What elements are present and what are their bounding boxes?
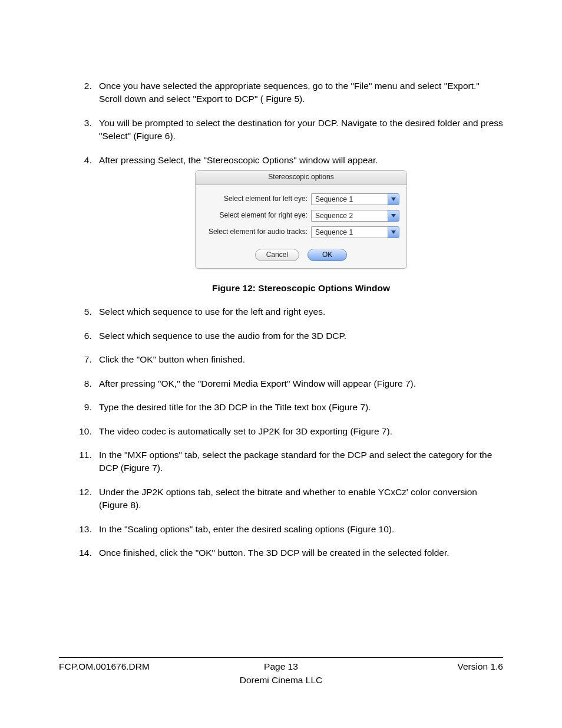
footer-version: Version 1.6: [355, 660, 503, 673]
step-text: In the "MXF options" tab, select the pac…: [99, 450, 492, 473]
dialog-actions: Cancel OK: [196, 245, 406, 268]
figure-caption: Figure 12: Stereoscopic Options Window: [99, 282, 503, 295]
footer-doc-id: FCP.OM.001676.DRM: [59, 660, 207, 673]
chevron-down-icon[interactable]: [388, 226, 399, 238]
step-text: Click the "OK" button when finished.: [99, 354, 245, 364]
step-4: After pressing Select, the "Stereoscopic…: [94, 154, 503, 295]
step-text: Select which sequence to use the audio f…: [99, 331, 346, 341]
step-text: The video codec is automatically set to …: [99, 426, 392, 436]
step-text: Under the JP2K options tab, select the b…: [99, 487, 477, 510]
step-6: Select which sequence to use the audio f…: [94, 330, 503, 342]
step-11: In the "MXF options" tab, select the pac…: [94, 449, 503, 475]
chevron-down-icon[interactable]: [388, 210, 399, 222]
footer-row: FCP.OM.001676.DRM Page 13 Version 1.6: [59, 660, 503, 673]
step-text: In the "Scaling options" tab, enter the …: [99, 524, 394, 534]
step-text: Once you have selected the appropriate s…: [99, 81, 480, 104]
step-5: Select which sequence to use for the lef…: [94, 305, 503, 318]
cancel-button[interactable]: Cancel: [255, 249, 299, 261]
step-9: Type the desired title for the 3D DCP in…: [94, 401, 503, 414]
dialog-body: Select element for left eye: Sequence 1 …: [196, 185, 406, 245]
label-left-eye: Select element for left eye:: [203, 194, 311, 204]
step-text: Type the desired title for the 3D DCP in…: [99, 402, 371, 412]
svg-marker-1: [391, 214, 396, 218]
step-13: In the "Scaling options" tab, enter the …: [94, 523, 503, 536]
select-left-eye-value: Sequence 1: [311, 193, 388, 205]
step-3: You will be prompted to select the desti…: [94, 117, 503, 143]
step-14: Once finished, click the "OK" button. Th…: [94, 546, 503, 559]
footer-page: Page 13: [207, 660, 355, 673]
row-audio-tracks: Select element for audio tracks: Sequenc…: [203, 226, 399, 238]
dialog-title: Stereoscopic options: [196, 171, 406, 185]
step-text: Select which sequence to use for the lef…: [99, 307, 325, 317]
ok-button[interactable]: OK: [308, 249, 347, 261]
ordered-steps: Once you have selected the appropriate s…: [59, 80, 503, 560]
label-audio-tracks: Select element for audio tracks:: [203, 227, 311, 237]
step-text: You will be prompted to select the desti…: [99, 118, 503, 141]
svg-marker-0: [391, 197, 396, 201]
footer-company: Doremi Cinema LLC: [59, 674, 503, 687]
step-12: Under the JP2K options tab, select the b…: [94, 486, 503, 512]
step-2: Once you have selected the appropriate s…: [94, 80, 503, 106]
page-footer: FCP.OM.001676.DRM Page 13 Version 1.6 Do…: [59, 657, 503, 687]
step-text: After pressing Select, the "Stereoscopic…: [99, 155, 378, 165]
dialog-container: Stereoscopic options Select element for …: [99, 170, 503, 268]
select-right-eye[interactable]: Sequence 2: [311, 210, 399, 222]
footer-rule: [59, 657, 503, 658]
svg-marker-2: [391, 230, 396, 234]
stereoscopic-options-dialog: Stereoscopic options Select element for …: [195, 170, 407, 268]
step-10: The video codec is automatically set to …: [94, 425, 503, 438]
select-audio-tracks-value: Sequence 1: [311, 226, 388, 238]
select-right-eye-value: Sequence 2: [311, 210, 388, 222]
document-page: Once you have selected the appropriate s…: [0, 0, 562, 728]
row-left-eye: Select element for left eye: Sequence 1: [203, 193, 399, 205]
row-right-eye: Select element for right eye: Sequence 2: [203, 210, 399, 222]
chevron-down-icon[interactable]: [388, 193, 399, 205]
select-audio-tracks[interactable]: Sequence 1: [311, 226, 399, 238]
label-right-eye: Select element for right eye:: [203, 210, 311, 220]
step-text: Once finished, click the "OK" button. Th…: [99, 548, 449, 558]
step-7: Click the "OK" button when finished.: [94, 353, 503, 366]
step-text: After pressing "OK," the "Doremi Media E…: [99, 378, 416, 388]
step-8: After pressing "OK," the "Doremi Media E…: [94, 377, 503, 390]
select-left-eye[interactable]: Sequence 1: [311, 193, 399, 205]
